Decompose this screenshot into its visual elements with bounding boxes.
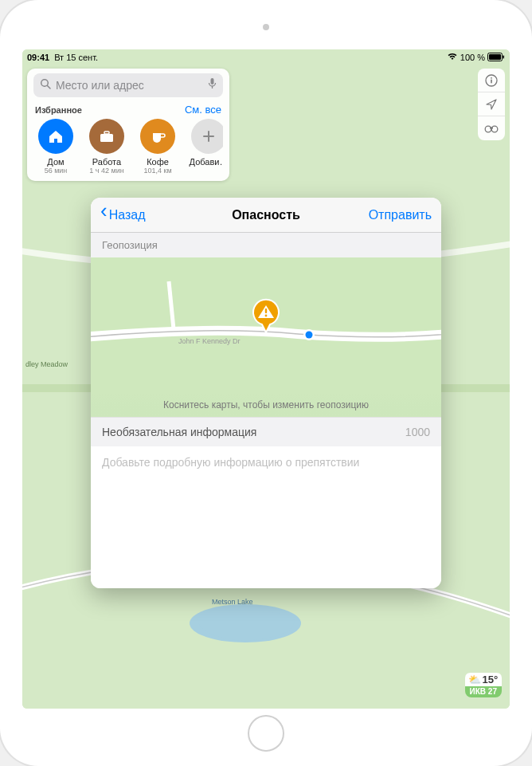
weather-widget[interactable]: ⛅ 15° ИКВ 27 [465, 673, 502, 697]
weather-temp: 15° [483, 674, 499, 685]
svg-rect-8 [211, 78, 214, 84]
mic-icon[interactable] [208, 77, 217, 93]
details-textarea[interactable] [102, 456, 430, 579]
favorite-label: Дом [33, 157, 78, 167]
svg-point-18 [491, 126, 498, 132]
svg-point-17 [485, 126, 491, 132]
report-hazard-modal: Назад Опасность Отправить Геопозиция Joh… [91, 198, 441, 588]
submit-button[interactable]: Отправить [369, 208, 432, 222]
favorite-label: Работа [84, 157, 129, 167]
aqi-value: ИКВ 27 [470, 687, 497, 696]
char-count: 1000 [405, 426, 430, 438]
search-input[interactable] [56, 79, 203, 92]
info-button[interactable] [478, 69, 505, 92]
svg-rect-5 [503, 55, 505, 58]
favorite-label: Добави… [186, 157, 223, 167]
search-field[interactable] [33, 73, 223, 97]
svg-point-15 [491, 77, 492, 78]
park-label-lake: Metson Lake [212, 598, 253, 606]
back-label: Назад [109, 208, 146, 222]
svg-rect-19 [490, 128, 493, 129]
favorite-item[interactable]: Дом56 мин [33, 119, 78, 175]
optional-info-label: Необязательная информация [102, 426, 256, 438]
favorite-item[interactable]: Добави… [186, 119, 223, 175]
park-label-meadow: dley Meadow [25, 360, 68, 368]
geo-section-header: Геопозиция [91, 233, 441, 257]
favorite-item[interactable]: Работа1 ч 42 мин [84, 119, 129, 175]
battery-percent: 100 % [460, 53, 485, 62]
location-button[interactable] [478, 92, 505, 116]
battery-icon [487, 53, 505, 63]
back-button[interactable]: Назад [100, 207, 146, 222]
svg-rect-24 [265, 308, 267, 313]
home-icon [38, 119, 73, 154]
favorite-sub: 56 мин [33, 167, 78, 175]
favorite-sub: 1 ч 42 мин [84, 167, 129, 175]
briefcase-icon [89, 119, 124, 154]
weather-icon: ⛅ [468, 674, 481, 685]
favorite-label: Кофе [135, 157, 180, 167]
svg-rect-4 [489, 54, 501, 60]
svg-point-23 [306, 332, 313, 339]
street-label: John F Kennedy Dr [178, 337, 241, 345]
favorites-title: Избранное [35, 105, 82, 115]
see-all-link[interactable]: См. все [185, 104, 221, 116]
svg-point-25 [265, 315, 268, 317]
map-hint: Коснитесь карты, чтобы изменить геопозиц… [91, 393, 441, 417]
modal-title: Опасность [232, 208, 300, 222]
favorite-sub: 101,4 км [135, 167, 180, 175]
cup-icon [140, 119, 175, 154]
svg-rect-10 [100, 134, 113, 142]
search-icon [40, 78, 51, 92]
status-date: Вт 15 сент. [54, 53, 98, 62]
plus-icon [191, 119, 223, 154]
location-map[interactable]: John F Kennedy Dr Коснитесь карты, чтобы… [91, 257, 441, 417]
binoculars-button[interactable] [478, 116, 505, 140]
chevron-left-icon [100, 207, 108, 222]
svg-rect-16 [491, 79, 492, 83]
screen: dley Meadow Metson Lake 09:41 Вт 15 сент… [22, 49, 510, 709]
search-card: Избранное См. все Дом56 минРабота1 ч 42 … [27, 69, 229, 181]
map-controls [478, 69, 505, 140]
status-bar: 09:41 Вт 15 сент. 100 % [22, 49, 510, 65]
status-time: 09:41 [27, 53, 49, 62]
svg-rect-11 [104, 132, 109, 134]
favorite-item[interactable]: Кофе101,4 км [135, 119, 180, 175]
home-button[interactable] [248, 715, 284, 752]
svg-line-7 [48, 86, 51, 89]
wifi-icon [447, 53, 458, 62]
